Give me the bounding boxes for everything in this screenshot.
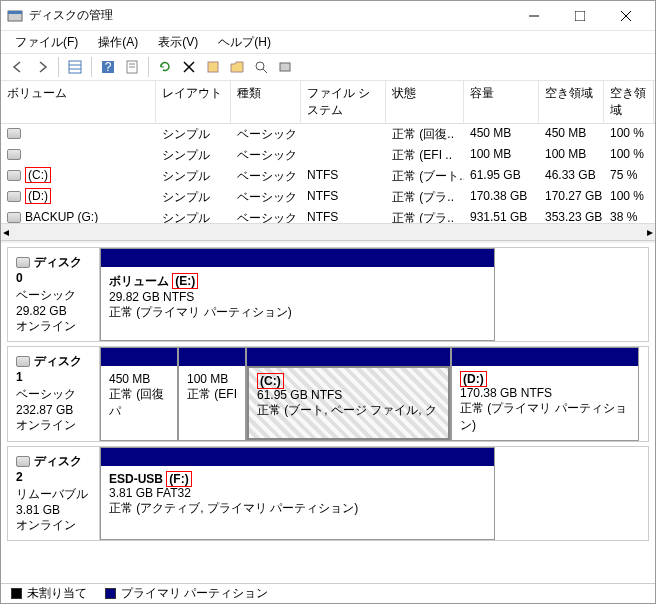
- volume-block[interactable]: 100 MB正常 (EFI: [178, 347, 246, 441]
- horizontal-scrollbar[interactable]: ◂ ▸: [1, 223, 655, 240]
- toolbar: ?: [1, 53, 655, 81]
- table-row[interactable]: (D:)シンプルベーシックNTFS正常 (プラ..170.38 GB170.27…: [1, 187, 655, 208]
- svg-text:?: ?: [105, 60, 112, 74]
- col-status[interactable]: 状態: [386, 81, 464, 123]
- search-button[interactable]: [250, 56, 272, 78]
- col-free-pct[interactable]: 空き領域: [604, 81, 654, 123]
- legend-unallocated: 未割り当て: [11, 585, 87, 602]
- window-title: ディスクの管理: [29, 7, 511, 24]
- options-button[interactable]: [274, 56, 296, 78]
- col-filesystem[interactable]: ファイル システム: [301, 81, 386, 123]
- svg-rect-16: [208, 62, 218, 72]
- svg-rect-6: [69, 61, 81, 73]
- table-row[interactable]: (C:)シンプルベーシックNTFS正常 (ブート..61.95 GB46.33 …: [1, 166, 655, 187]
- swatch-navy: [105, 588, 116, 599]
- volume-block[interactable]: 450 MB正常 (回復パ: [100, 347, 178, 441]
- table-row[interactable]: BACKUP (G:)シンプルベーシックNTFS正常 (プラ..931.51 G…: [1, 208, 655, 223]
- scroll-left-icon[interactable]: ◂: [3, 225, 9, 239]
- disk-row: ディスク 1ベーシック232.87 GBオンライン450 MB正常 (回復パ10…: [7, 346, 649, 442]
- delete-button[interactable]: [178, 56, 200, 78]
- col-capacity[interactable]: 容量: [464, 81, 539, 123]
- volume-block[interactable]: ボリューム (E:)29.82 GB NTFS正常 (プライマリ パーティション…: [100, 248, 495, 341]
- close-button[interactable]: [603, 2, 649, 30]
- volume-block[interactable]: (C:)61.95 GB NTFS正常 (ブート, ページ ファイル, ク: [246, 347, 451, 441]
- legend: 未割り当て プライマリ パーティション: [1, 583, 655, 603]
- folder-button[interactable]: [226, 56, 248, 78]
- disk-icon: [16, 257, 30, 268]
- menubar: ファイル(F) 操作(A) 表示(V) ヘルプ(H): [1, 31, 655, 53]
- volume-list: ボリューム レイアウト 種類 ファイル システム 状態 容量 空き領域 空き領域…: [1, 81, 655, 241]
- col-layout[interactable]: レイアウト: [156, 81, 231, 123]
- disk-icon: [16, 356, 30, 367]
- svg-line-18: [263, 69, 267, 73]
- scroll-right-icon[interactable]: ▸: [647, 225, 653, 239]
- svg-rect-1: [8, 11, 22, 14]
- swatch-black: [11, 588, 22, 599]
- drive-icon: [7, 170, 21, 181]
- menu-view[interactable]: 表示(V): [150, 32, 206, 53]
- disk-row: ディスク 2リムーバブル3.81 GBオンラインESD-USB (F:)3.81…: [7, 446, 649, 541]
- disk-graph-area: ディスク 0ベーシック29.82 GBオンラインボリューム (E:)29.82 …: [1, 241, 655, 583]
- maximize-button[interactable]: [557, 2, 603, 30]
- col-volume[interactable]: ボリューム: [1, 81, 156, 123]
- svg-rect-3: [575, 11, 585, 21]
- properties-button[interactable]: [121, 56, 143, 78]
- minimize-button[interactable]: [511, 2, 557, 30]
- disk-info[interactable]: ディスク 1ベーシック232.87 GBオンライン: [8, 347, 100, 441]
- table-row[interactable]: シンプルベーシック正常 (回復..450 MB450 MB100 %: [1, 124, 655, 145]
- disk-info[interactable]: ディスク 2リムーバブル3.81 GBオンライン: [8, 447, 100, 540]
- disk-row: ディスク 0ベーシック29.82 GBオンラインボリューム (E:)29.82 …: [7, 247, 649, 342]
- menu-help[interactable]: ヘルプ(H): [210, 32, 279, 53]
- table-row[interactable]: シンプルベーシック正常 (EFI ..100 MB100 MB100 %: [1, 145, 655, 166]
- back-button[interactable]: [7, 56, 29, 78]
- menu-action[interactable]: 操作(A): [90, 32, 146, 53]
- drive-icon: [7, 191, 21, 202]
- svg-rect-19: [280, 63, 290, 71]
- col-free[interactable]: 空き領域: [539, 81, 604, 123]
- menu-file[interactable]: ファイル(F): [7, 32, 86, 53]
- svg-point-17: [256, 62, 264, 70]
- titlebar: ディスクの管理: [1, 1, 655, 31]
- disk-info[interactable]: ディスク 0ベーシック29.82 GBオンライン: [8, 248, 100, 341]
- forward-button[interactable]: [31, 56, 53, 78]
- col-type[interactable]: 種類: [231, 81, 301, 123]
- column-headers: ボリューム レイアウト 種類 ファイル システム 状態 容量 空き領域 空き領域: [1, 81, 655, 124]
- help-button[interactable]: ?: [97, 56, 119, 78]
- volume-block[interactable]: ESD-USB (F:)3.81 GB FAT32正常 (アクティブ, プライマ…: [100, 447, 495, 540]
- refresh-button[interactable]: [154, 56, 176, 78]
- disk-icon: [16, 456, 30, 467]
- volume-block[interactable]: (D:)170.38 GB NTFS正常 (プライマリ パーティション): [451, 347, 639, 441]
- view-list-button[interactable]: [64, 56, 86, 78]
- drive-icon: [7, 128, 21, 139]
- app-icon: [7, 8, 23, 24]
- legend-primary: プライマリ パーティション: [105, 585, 268, 602]
- drive-icon: [7, 149, 21, 160]
- drive-icon: [7, 212, 21, 223]
- settings-button[interactable]: [202, 56, 224, 78]
